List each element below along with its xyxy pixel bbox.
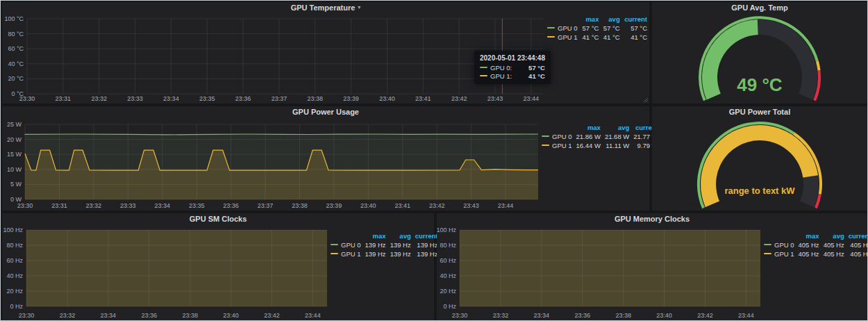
panel-title: GPU Power Usage — [292, 108, 359, 116]
svg-text:5 W: 5 W — [10, 181, 22, 188]
temperature-chart[interactable]: 0 °C20 °C40 °C60 °C80 °C100 °C23:3023:31… — [2, 13, 545, 104]
legend-series-row[interactable]: GPU 1405 Hz405 Hz405 Hz — [762, 249, 868, 258]
svg-text:23:40: 23:40 — [379, 95, 395, 102]
memory-clocks-legend: maxavgcurrentGPU 0405 Hz405 Hz405 HzGPU … — [762, 224, 867, 320]
svg-text:23:32: 23:32 — [86, 202, 102, 209]
sm-clocks-chart[interactable]: 0 Hz20 Hz40 Hz60 Hz80 Hz100 Hz23:3023:32… — [2, 224, 328, 320]
svg-text:23:32: 23:32 — [493, 312, 509, 319]
svg-text:20 Hz: 20 Hz — [6, 288, 23, 295]
tooltip-series-row: GPU 0:57 °C — [480, 64, 545, 72]
svg-text:23:42: 23:42 — [697, 312, 713, 319]
svg-text:23:38: 23:38 — [308, 95, 324, 102]
panel-title: GPU Temperature — [291, 3, 356, 12]
svg-text:0 Hz: 0 Hz — [443, 303, 456, 310]
series-color-dash — [542, 135, 549, 137]
svg-text:23:37: 23:37 — [272, 95, 287, 102]
avg-temp-gauge — [652, 13, 867, 104]
panel-gpu-power-total: GPU Power Total range to text kW — [652, 106, 867, 211]
panel-title: GPU Avg. Temp — [731, 3, 788, 12]
svg-text:23:39: 23:39 — [343, 95, 359, 102]
legend-header-row: maxavgcurrent — [545, 15, 649, 24]
svg-text:60 °C: 60 °C — [8, 45, 24, 52]
svg-text:23:31: 23:31 — [51, 202, 67, 209]
svg-text:60 Hz: 60 Hz — [6, 257, 23, 264]
svg-text:100 °C: 100 °C — [4, 15, 24, 22]
svg-text:23:41: 23:41 — [394, 202, 410, 209]
series-color-dash — [331, 253, 338, 254]
svg-text:23:34: 23:34 — [534, 312, 550, 319]
svg-text:23:44: 23:44 — [498, 202, 514, 209]
svg-text:23:38: 23:38 — [615, 312, 631, 319]
legend-header-row: maxavgcurrent — [762, 231, 868, 240]
svg-text:20 W: 20 W — [7, 136, 22, 143]
svg-text:23:37: 23:37 — [258, 202, 274, 209]
svg-text:23:36: 23:36 — [574, 312, 590, 319]
sm-clocks-legend: maxavgcurrentGPU 0139 Hz139 Hz139 HzGPU … — [328, 224, 434, 320]
svg-text:23:44: 23:44 — [305, 312, 321, 319]
legend-series-row[interactable]: GPU 1139 Hz139 Hz139 Hz — [328, 249, 440, 258]
dashboard-frame: GPU Temperature ▾ 0 °C20 °C40 °C60 °C80 … — [0, 0, 868, 321]
svg-text:15 W: 15 W — [7, 151, 22, 158]
svg-text:40 Hz: 40 Hz — [440, 272, 456, 279]
svg-text:40 Hz: 40 Hz — [6, 272, 23, 279]
panel-header-gpu-power-total[interactable]: GPU Power Total — [652, 106, 867, 117]
svg-text:23:39: 23:39 — [326, 202, 342, 209]
svg-text:10 W: 10 W — [7, 166, 22, 173]
svg-text:23:40: 23:40 — [360, 202, 376, 209]
svg-text:23:34: 23:34 — [101, 312, 117, 319]
svg-text:0 Hz: 0 Hz — [10, 303, 23, 310]
series-color-dash — [480, 75, 487, 76]
legend-series-row[interactable]: GPU 057 °C57 °C57 °C — [545, 24, 649, 33]
svg-text:23:40: 23:40 — [656, 312, 672, 319]
series-color-dash — [547, 27, 555, 28]
series-color-dash — [331, 244, 338, 245]
legend-series-row[interactable]: GPU 0139 Hz139 Hz139 Hz — [328, 240, 440, 249]
svg-text:60 Hz: 60 Hz — [440, 257, 456, 264]
panel-gpu-avg-temp: GPU Avg. Temp 49 °C — [652, 2, 867, 104]
svg-text:23:44: 23:44 — [524, 95, 540, 102]
temperature-legend: maxavgcurrentGPU 057 °C57 °C57 °CGPU 141… — [545, 13, 649, 104]
svg-text:23:43: 23:43 — [463, 202, 479, 209]
panel-gpu-temperature: GPU Temperature ▾ 0 °C20 °C40 °C60 °C80 … — [2, 2, 649, 104]
legend-series-row[interactable]: GPU 141 °C41 °C41 °C — [545, 33, 649, 42]
power-total-gauge — [652, 117, 867, 211]
memory-clocks-chart[interactable]: 0 Hz20 Hz40 Hz60 Hz80 Hz100 Hz23:3023:32… — [437, 224, 762, 320]
series-color-dash — [547, 36, 555, 38]
panel-resize-handle[interactable] — [643, 97, 649, 103]
svg-text:23:35: 23:35 — [199, 95, 215, 102]
svg-text:20 °C: 20 °C — [8, 75, 24, 82]
chevron-down-icon: ▾ — [358, 5, 360, 10]
svg-text:23:33: 23:33 — [127, 95, 143, 102]
panel-gpu-sm-clocks: GPU SM Clocks 0 Hz20 Hz40 Hz60 Hz80 Hz10… — [2, 213, 434, 320]
series-color-dash — [764, 244, 771, 245]
svg-text:23:33: 23:33 — [120, 202, 136, 209]
series-color-dash — [764, 253, 771, 254]
legend-header-row: maxavgcurrent — [328, 231, 440, 240]
svg-text:23:36: 23:36 — [235, 95, 251, 102]
svg-text:23:43: 23:43 — [487, 95, 503, 102]
svg-text:23:30: 23:30 — [17, 202, 33, 209]
tooltip-series-row: GPU 1:41 °C — [480, 72, 545, 80]
svg-text:100 Hz: 100 Hz — [3, 227, 23, 233]
panel-header-gpu-memory-clocks[interactable]: GPU Memory Clocks — [437, 213, 867, 224]
tooltip-time: 2020-05-01 23:44:48 — [480, 54, 545, 62]
legend-series-row[interactable]: GPU 116.44 W11.11 W9.79 W — [540, 141, 660, 150]
svg-text:23:41: 23:41 — [415, 95, 431, 102]
panel-gpu-power-usage: GPU Power Usage 0 W5 W10 W15 W20 W25 W23… — [2, 106, 649, 211]
svg-text:23:38: 23:38 — [182, 312, 198, 319]
panel-header-gpu-temperature[interactable]: GPU Temperature ▾ — [2, 2, 649, 13]
legend-series-row[interactable]: GPU 021.86 W21.68 W21.77 W — [540, 132, 660, 141]
svg-text:23:38: 23:38 — [292, 202, 308, 209]
series-color-dash — [480, 67, 487, 68]
legend-header-row: maxavgcurrent — [540, 123, 660, 132]
panel-gpu-memory-clocks: GPU Memory Clocks 0 Hz20 Hz40 Hz60 Hz80 … — [437, 213, 867, 320]
panel-header-gpu-power-usage[interactable]: GPU Power Usage — [2, 106, 649, 117]
svg-text:23:40: 23:40 — [223, 312, 239, 319]
panel-header-gpu-sm-clocks[interactable]: GPU SM Clocks — [2, 213, 434, 224]
panel-header-gpu-avg-temp[interactable]: GPU Avg. Temp — [652, 2, 867, 13]
power-usage-chart[interactable]: 0 W5 W10 W15 W20 W25 W23:3023:3123:3223:… — [2, 117, 540, 211]
legend-series-row[interactable]: GPU 0405 Hz405 Hz405 Hz — [762, 240, 868, 249]
panel-title: GPU Memory Clocks — [615, 215, 690, 223]
svg-text:23:34: 23:34 — [154, 202, 170, 209]
svg-text:80 Hz: 80 Hz — [6, 242, 23, 249]
